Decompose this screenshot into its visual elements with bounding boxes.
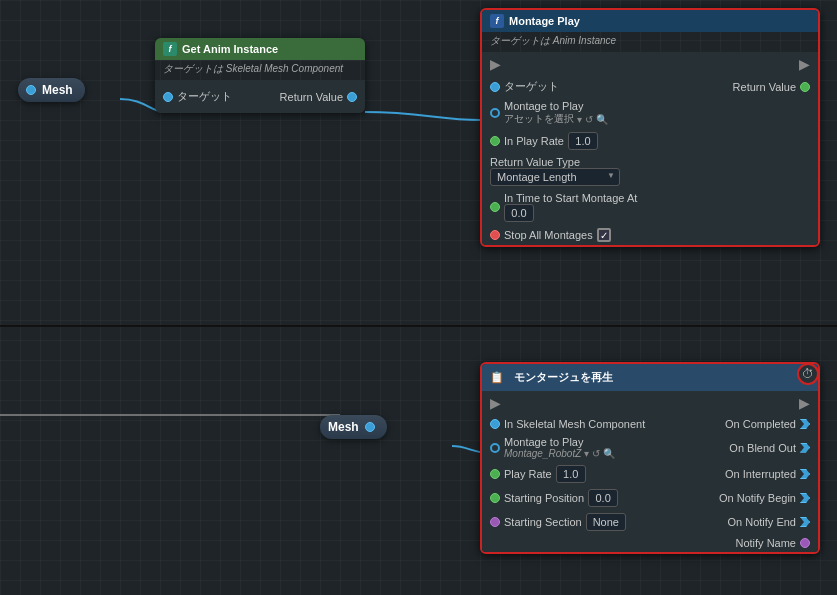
in-play-rate-label: In Play Rate <box>504 135 564 147</box>
starting-pos-left: Starting Position 0.0 <box>490 489 618 507</box>
in-time-input[interactable]: 0.0 <box>504 204 534 222</box>
starting-pos-input[interactable]: 0.0 <box>588 489 618 507</box>
on-notify-end-label: On Notify End <box>728 516 796 528</box>
exec-left-icon-bottom: ▶ <box>490 395 501 411</box>
on-interrupted-label: On Interrupted <box>725 468 796 480</box>
stop-all-label: Stop All Montages <box>504 229 593 241</box>
on-interrupted-right: On Interrupted <box>725 468 810 480</box>
exec-row-bottom: ▶ ▶ <box>482 391 818 415</box>
montage-return-label: Return Value <box>733 81 796 93</box>
on-notify-begin-right: On Notify Begin <box>719 492 810 504</box>
starting-pos-row: Starting Position 0.0 On Notify Begin <box>482 486 818 510</box>
get-anim-instance-node: f Get Anim Instance ターゲットは Skeletal Mesh… <box>155 38 365 113</box>
montage-play-title: Montage Play <box>509 15 580 27</box>
in-time-content: In Time to Start Montage At 0.0 <box>504 192 637 222</box>
reset2-icon[interactable]: ↺ <box>592 448 600 459</box>
montage-target-label: ターゲット <box>504 79 559 94</box>
search-icon[interactable]: 🔍 <box>596 114 608 125</box>
get-anim-body: ターゲット Return Value <box>155 80 365 113</box>
notify-name-pin <box>800 538 810 548</box>
exec-right-icon-bottom: ▶ <box>799 395 810 411</box>
starting-pos-label: Starting Position <box>504 492 584 504</box>
return-value-type-row: Return Value Type Montage Length <box>482 153 818 189</box>
on-notify-end-pin <box>800 517 810 527</box>
montage-play-node-top: f Montage Play ターゲットは Anim Instance ▶ ▶ … <box>480 8 820 247</box>
mesh-node-top[interactable]: Mesh <box>18 78 85 102</box>
target-left: ターゲット <box>163 89 232 104</box>
on-completed-label: On Completed <box>725 418 796 430</box>
montage-return-pin <box>800 82 810 92</box>
search2-icon[interactable]: 🔍 <box>603 448 615 459</box>
dropdown-arrow-icon[interactable]: ▾ <box>577 114 582 125</box>
fn-icon-get-anim: f <box>163 42 177 56</box>
top-section: Mesh f Get Anim Instance ターゲットは Skeletal… <box>0 0 837 320</box>
exec-left-icon: ▶ <box>490 56 501 72</box>
on-notify-begin-label: On Notify Begin <box>719 492 796 504</box>
return-value-type-label: Return Value Type <box>490 156 620 168</box>
on-completed-pin <box>800 419 810 429</box>
play-rate2-input[interactable]: 1.0 <box>556 465 586 483</box>
notify-name-right: Notify Name <box>735 537 810 549</box>
bottom-section: Mesh ⏱ 📋 モンタージュを再生 ▶ ▶ In Skeletal Mesh … <box>0 327 837 595</box>
starting-pos-pin <box>490 493 500 503</box>
mesh-label-top: Mesh <box>42 83 73 97</box>
notify-name-row: Notify Name <box>482 534 818 552</box>
on-notify-end-right: On Notify End <box>728 516 810 528</box>
return-label: Return Value <box>280 91 343 103</box>
in-time-label: In Time to Start Montage At <box>504 192 637 204</box>
starting-section-pin <box>490 517 500 527</box>
on-blend-out-pin <box>800 443 810 453</box>
exec-right-icon: ▶ <box>799 56 810 72</box>
get-anim-target-row: ターゲット Return Value <box>155 86 365 107</box>
stop-all-left: Stop All Montages ✓ <box>490 228 611 242</box>
exec-row-top: ▶ ▶ <box>482 52 818 76</box>
fn-icon-montage: f <box>490 14 504 28</box>
montage-to-play-row: Montage to Play アセットを選択 ▾ ↺ 🔍 <box>482 97 818 129</box>
montage-to-play-left: Montage to Play アセットを選択 ▾ ↺ 🔍 <box>490 100 608 126</box>
in-skeletal-row: In Skeletal Mesh Component On Completed <box>482 415 818 433</box>
montage-to-play2-pin <box>490 443 500 453</box>
target-input-pin <box>163 92 173 102</box>
stop-all-row: Stop All Montages ✓ <box>482 225 818 245</box>
in-play-rate-pin <box>490 136 500 146</box>
asset-placeholder: アセットを選択 <box>504 112 574 126</box>
return-right: Return Value <box>280 91 357 103</box>
stop-all-pin <box>490 230 500 240</box>
mesh-label-bottom: Mesh <box>328 420 359 434</box>
mesh-output-pin-bottom <box>365 422 375 432</box>
on-blend-out-right: On Blend Out <box>729 442 810 454</box>
montage-to-play-label: Montage to Play <box>504 100 608 112</box>
mesh-output-pin <box>26 85 36 95</box>
on-blend-out-label: On Blend Out <box>729 442 796 454</box>
get-anim-title: Get Anim Instance <box>182 43 278 55</box>
in-play-rate-left: In Play Rate 1.0 <box>490 132 598 150</box>
target-label: ターゲット <box>177 89 232 104</box>
asset-select2[interactable]: Montage_RobotZ ▾ ↺ 🔍 <box>504 448 615 459</box>
in-time-row: In Time to Start Montage At 0.0 <box>482 189 818 225</box>
on-completed-right: On Completed <box>725 418 810 430</box>
get-anim-subtitle: ターゲットは Skeletal Mesh Component <box>155 60 365 80</box>
play-rate2-pin <box>490 469 500 479</box>
play-rate2-label: Play Rate <box>504 468 552 480</box>
play-rate2-left: Play Rate 1.0 <box>490 465 586 483</box>
montage-to-play2-content: Montage to Play Montage_RobotZ ▾ ↺ 🔍 <box>504 436 615 459</box>
starting-section-left: Starting Section None <box>490 513 626 531</box>
stop-all-checkbox[interactable]: ✓ <box>597 228 611 242</box>
reset-icon[interactable]: ↺ <box>585 114 593 125</box>
starting-section-label: Starting Section <box>504 516 582 528</box>
in-time-pin <box>490 202 500 212</box>
montage-to-play-content: Montage to Play アセットを選択 ▾ ↺ 🔍 <box>504 100 608 126</box>
asset-select[interactable]: アセットを選択 ▾ ↺ 🔍 <box>504 112 608 126</box>
starting-section-input[interactable]: None <box>586 513 626 531</box>
starting-section-row: Starting Section None On Notify End <box>482 510 818 534</box>
in-play-rate-input[interactable]: 1.0 <box>568 132 598 150</box>
get-anim-header: f Get Anim Instance <box>155 38 365 60</box>
mesh-node-bottom[interactable]: Mesh <box>320 415 387 439</box>
montage-return-right: Return Value <box>733 81 810 93</box>
dropdown2-icon[interactable]: ▾ <box>584 448 589 459</box>
clock-badge: ⏱ <box>797 363 819 385</box>
montage-to-play2-row: Montage to Play Montage_RobotZ ▾ ↺ 🔍 On … <box>482 433 818 462</box>
in-skeletal-pin <box>490 419 500 429</box>
return-output-pin <box>347 92 357 102</box>
montage-length-dropdown[interactable]: Montage Length <box>490 168 620 186</box>
